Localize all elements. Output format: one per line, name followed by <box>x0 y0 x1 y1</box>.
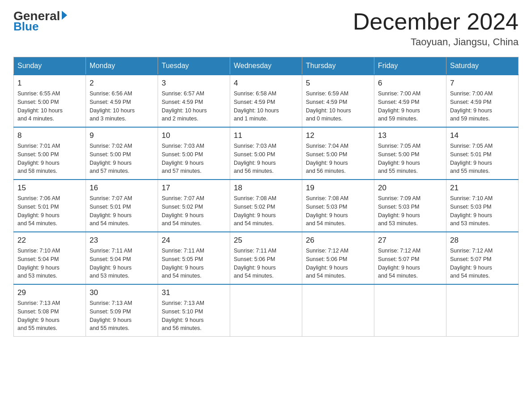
day-number: 1 <box>17 79 82 88</box>
calendar-cell: 4Sunrise: 6:58 AMSunset: 4:59 PMDaylight… <box>230 75 302 127</box>
day-info: Sunrise: 7:10 AMSunset: 5:03 PMDaylight:… <box>450 194 515 228</box>
week-row-3: 15Sunrise: 7:06 AMSunset: 5:01 PMDayligh… <box>14 180 519 232</box>
calendar-cell: 15Sunrise: 7:06 AMSunset: 5:01 PMDayligh… <box>14 180 86 232</box>
calendar-table: SundayMondayTuesdayWednesdayThursdayFrid… <box>13 57 519 337</box>
logo-arrow-icon <box>62 11 67 20</box>
day-number: 22 <box>17 236 82 245</box>
calendar-cell: 23Sunrise: 7:11 AMSunset: 5:04 PMDayligh… <box>86 232 158 284</box>
day-info: Sunrise: 7:10 AMSunset: 5:04 PMDaylight:… <box>17 247 82 280</box>
day-number: 11 <box>234 131 298 140</box>
calendar-cell <box>230 284 302 337</box>
day-info: Sunrise: 6:59 AMSunset: 4:59 PMDaylight:… <box>306 90 370 123</box>
day-info: Sunrise: 7:08 AMSunset: 5:02 PMDaylight:… <box>234 194 298 228</box>
day-number: 6 <box>378 79 442 88</box>
week-row-1: 1Sunrise: 6:55 AMSunset: 5:00 PMDaylight… <box>14 75 519 127</box>
day-info: Sunrise: 6:55 AMSunset: 5:00 PMDaylight:… <box>17 90 82 123</box>
day-number: 30 <box>90 288 154 297</box>
day-info: Sunrise: 7:12 AMSunset: 5:07 PMDaylight:… <box>378 247 442 280</box>
day-info: Sunrise: 7:07 AMSunset: 5:02 PMDaylight:… <box>162 194 226 228</box>
week-row-2: 8Sunrise: 7:01 AMSunset: 5:00 PMDaylight… <box>14 127 519 180</box>
calendar-cell: 1Sunrise: 6:55 AMSunset: 5:00 PMDaylight… <box>14 75 86 127</box>
day-info: Sunrise: 7:11 AMSunset: 5:04 PMDaylight:… <box>90 247 154 280</box>
calendar-header-friday: Friday <box>374 57 446 75</box>
day-number: 15 <box>17 184 82 193</box>
calendar-header-wednesday: Wednesday <box>230 57 302 75</box>
calendar-cell: 26Sunrise: 7:12 AMSunset: 5:06 PMDayligh… <box>302 232 374 284</box>
calendar-cell: 24Sunrise: 7:11 AMSunset: 5:05 PMDayligh… <box>158 232 230 284</box>
day-info: Sunrise: 7:09 AMSunset: 5:03 PMDaylight:… <box>378 194 442 228</box>
day-number: 29 <box>17 288 82 297</box>
day-number: 7 <box>450 79 515 88</box>
logo-blue-word: Blue <box>13 20 39 34</box>
day-info: Sunrise: 7:01 AMSunset: 5:00 PMDaylight:… <box>17 142 82 176</box>
day-info: Sunrise: 6:56 AMSunset: 4:59 PMDaylight:… <box>90 90 154 123</box>
day-number: 25 <box>234 236 298 245</box>
week-row-5: 29Sunrise: 7:13 AMSunset: 5:08 PMDayligh… <box>14 284 519 337</box>
calendar-cell <box>446 284 519 337</box>
calendar-header-tuesday: Tuesday <box>158 57 230 75</box>
day-info: Sunrise: 7:05 AMSunset: 5:01 PMDaylight:… <box>450 142 515 176</box>
day-info: Sunrise: 7:12 AMSunset: 5:07 PMDaylight:… <box>450 247 515 280</box>
calendar-cell: 28Sunrise: 7:12 AMSunset: 5:07 PMDayligh… <box>446 232 519 284</box>
day-info: Sunrise: 7:12 AMSunset: 5:06 PMDaylight:… <box>306 247 370 280</box>
calendar-cell: 18Sunrise: 7:08 AMSunset: 5:02 PMDayligh… <box>230 180 302 232</box>
day-number: 26 <box>306 236 370 245</box>
week-row-4: 22Sunrise: 7:10 AMSunset: 5:04 PMDayligh… <box>14 232 519 284</box>
day-number: 20 <box>378 184 442 193</box>
day-number: 5 <box>306 79 370 88</box>
calendar-header-sunday: Sunday <box>14 57 86 75</box>
calendar-header-saturday: Saturday <box>446 57 519 75</box>
day-number: 13 <box>378 131 442 140</box>
calendar-cell: 3Sunrise: 6:57 AMSunset: 4:59 PMDaylight… <box>158 75 230 127</box>
day-info: Sunrise: 7:11 AMSunset: 5:05 PMDaylight:… <box>162 247 226 280</box>
day-number: 3 <box>162 79 226 88</box>
day-info: Sunrise: 6:58 AMSunset: 4:59 PMDaylight:… <box>234 90 298 123</box>
calendar-cell: 8Sunrise: 7:01 AMSunset: 5:00 PMDaylight… <box>14 127 86 180</box>
day-info: Sunrise: 7:13 AMSunset: 5:08 PMDaylight:… <box>17 299 82 333</box>
day-info: Sunrise: 7:00 AMSunset: 4:59 PMDaylight:… <box>378 90 442 123</box>
calendar-cell: 31Sunrise: 7:13 AMSunset: 5:10 PMDayligh… <box>158 284 230 337</box>
calendar-header-thursday: Thursday <box>302 57 374 75</box>
day-info: Sunrise: 7:05 AMSunset: 5:00 PMDaylight:… <box>378 142 442 176</box>
day-info: Sunrise: 7:02 AMSunset: 5:00 PMDaylight:… <box>90 142 154 176</box>
day-number: 31 <box>162 288 226 297</box>
calendar-cell <box>302 284 374 337</box>
day-number: 12 <box>306 131 370 140</box>
day-number: 16 <box>90 184 154 193</box>
day-number: 2 <box>90 79 154 88</box>
calendar-cell: 27Sunrise: 7:12 AMSunset: 5:07 PMDayligh… <box>374 232 446 284</box>
calendar-cell: 9Sunrise: 7:02 AMSunset: 5:00 PMDaylight… <box>86 127 158 180</box>
calendar-cell: 13Sunrise: 7:05 AMSunset: 5:00 PMDayligh… <box>374 127 446 180</box>
calendar-cell: 5Sunrise: 6:59 AMSunset: 4:59 PMDaylight… <box>302 75 374 127</box>
day-number: 8 <box>17 131 82 140</box>
day-number: 19 <box>306 184 370 193</box>
calendar-cell: 11Sunrise: 7:03 AMSunset: 5:00 PMDayligh… <box>230 127 302 180</box>
calendar-cell <box>374 284 446 337</box>
logo: General Blue <box>13 9 67 34</box>
calendar-header-row: SundayMondayTuesdayWednesdayThursdayFrid… <box>14 57 519 75</box>
day-info: Sunrise: 7:08 AMSunset: 5:03 PMDaylight:… <box>306 194 370 228</box>
calendar-cell: 10Sunrise: 7:03 AMSunset: 5:00 PMDayligh… <box>158 127 230 180</box>
day-info: Sunrise: 7:04 AMSunset: 5:00 PMDaylight:… <box>306 142 370 176</box>
calendar-cell: 14Sunrise: 7:05 AMSunset: 5:01 PMDayligh… <box>446 127 519 180</box>
calendar-cell: 19Sunrise: 7:08 AMSunset: 5:03 PMDayligh… <box>302 180 374 232</box>
calendar-cell: 29Sunrise: 7:13 AMSunset: 5:08 PMDayligh… <box>14 284 86 337</box>
day-info: Sunrise: 7:07 AMSunset: 5:01 PMDaylight:… <box>90 194 154 228</box>
day-info: Sunrise: 7:11 AMSunset: 5:06 PMDaylight:… <box>234 247 298 280</box>
calendar-cell: 6Sunrise: 7:00 AMSunset: 4:59 PMDaylight… <box>374 75 446 127</box>
calendar-cell: 2Sunrise: 6:56 AMSunset: 4:59 PMDaylight… <box>86 75 158 127</box>
day-info: Sunrise: 7:06 AMSunset: 5:01 PMDaylight:… <box>17 194 82 228</box>
calendar-cell: 21Sunrise: 7:10 AMSunset: 5:03 PMDayligh… <box>446 180 519 232</box>
day-number: 4 <box>234 79 298 88</box>
day-number: 14 <box>450 131 515 140</box>
calendar-cell: 22Sunrise: 7:10 AMSunset: 5:04 PMDayligh… <box>14 232 86 284</box>
day-info: Sunrise: 7:13 AMSunset: 5:10 PMDaylight:… <box>162 299 226 333</box>
calendar-cell: 16Sunrise: 7:07 AMSunset: 5:01 PMDayligh… <box>86 180 158 232</box>
title-block: December 2024 Taoyuan, Jiangsu, China <box>353 9 519 48</box>
day-info: Sunrise: 6:57 AMSunset: 4:59 PMDaylight:… <box>162 90 226 123</box>
day-info: Sunrise: 7:03 AMSunset: 5:00 PMDaylight:… <box>234 142 298 176</box>
month-title: December 2024 <box>353 9 519 34</box>
day-number: 24 <box>162 236 226 245</box>
day-number: 9 <box>90 131 154 140</box>
day-info: Sunrise: 7:13 AMSunset: 5:09 PMDaylight:… <box>90 299 154 333</box>
